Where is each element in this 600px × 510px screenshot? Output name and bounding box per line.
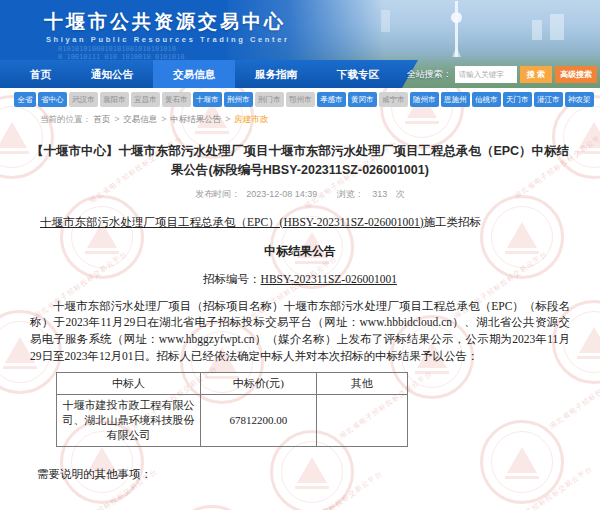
- region-tab[interactable]: 天门市: [503, 92, 533, 107]
- breadcrumb-separator: >: [161, 114, 166, 124]
- search-input[interactable]: [455, 66, 517, 83]
- note-heading: 需要说明的其他事项：: [30, 467, 570, 482]
- breadcrumb-separator: >: [225, 114, 230, 124]
- region-tab[interactable]: 潜江市: [534, 92, 564, 107]
- table-cell: [316, 395, 407, 447]
- result-table-body: 十堰市建投市政工程有限公司、湖北山鼎环境科技股份有限公司67812200.00: [57, 395, 408, 447]
- article: 【十堰市中心】十堰市东部污水处理厂项目十堰市东部污水处理厂项目工程总承包（EPC…: [0, 142, 600, 510]
- page-title: 【十堰市中心】十堰市东部污水处理厂项目十堰市东部污水处理厂项目工程总承包（EPC…: [0, 142, 600, 180]
- binary-line: 0101010100010101001010101010: [58, 45, 184, 53]
- table-row: 十堰市建投市政工程有限公司、湖北山鼎环境科技股份有限公司67812200.00: [57, 395, 408, 447]
- project-name-underlined: 十堰市东部污水处理厂项目工程总承包（EPC）(HBSY-202311SZ-026…: [40, 216, 424, 228]
- region-tab[interactable]: 宜昌市: [131, 92, 161, 107]
- bid-number-label: 招标编号：: [203, 273, 261, 285]
- region-tab[interactable]: 咸宁市: [379, 92, 409, 107]
- table-header-cell: 其他: [316, 373, 407, 395]
- result-table-header-row: 中标人中标价(元)其他: [57, 373, 408, 395]
- region-tab[interactable]: 荆门市: [255, 92, 285, 107]
- watermark-seal-bar: [195, 131, 229, 134]
- nav-item[interactable]: 下载专区: [317, 60, 399, 88]
- publish-time-label: 发布时间：: [195, 189, 240, 199]
- main-nav: 首页通知公告交易信息服务指南下载专区: [0, 60, 418, 88]
- bid-number: HBSY-202311SZ-026001001: [261, 273, 397, 285]
- article-meta: 发布时间：2023-12-08 14:39 浏览： 313 次: [0, 188, 600, 201]
- region-tab[interactable]: 荆州市: [224, 92, 254, 107]
- bid-number-line: 招标编号：HBSY-202311SZ-026001001: [30, 272, 570, 287]
- breadcrumb-item[interactable]: 交易信息: [123, 114, 157, 124]
- breadcrumb-items: 首页>交易信息>中标结果公告>房建市政: [93, 114, 268, 124]
- region-tab[interactable]: 黄冈市: [348, 92, 378, 107]
- nav-item[interactable]: 首页: [10, 60, 71, 88]
- search-bar: 全站搜索： 搜 索 高级搜索: [407, 60, 597, 88]
- site-subtitle: Shiyan Public Resources Trading Center: [46, 35, 289, 44]
- project-name-suffix: 施工类招标: [424, 216, 482, 228]
- search-button[interactable]: 搜 索: [520, 66, 552, 83]
- breadcrumb-item[interactable]: 首页: [93, 114, 110, 124]
- table-cell: 67812200.00: [200, 395, 316, 447]
- table-header-cell: 中标人: [57, 373, 201, 395]
- region-tab[interactable]: 黄石市: [162, 92, 192, 107]
- breadcrumb-item[interactable]: 中标结果公告: [170, 114, 221, 124]
- breadcrumb: 当前的位置： 首页>交易信息>中标结果公告>房建市政: [0, 110, 600, 130]
- document-body: 十堰市东部污水处理厂项目工程总承包（EPC）(HBSY-202311SZ-026…: [0, 215, 600, 510]
- views-count: 313: [372, 189, 387, 199]
- search-label: 全站搜索：: [407, 68, 452, 81]
- nav-item[interactable]: 服务指南: [235, 60, 317, 88]
- region-tabs: 全省省中心武汉市襄阳市宜昌市黄石市十堰市荆州市荆门市鄂州市孝感市黄冈市咸宁市随州…: [0, 88, 600, 110]
- table-header-cell: 中标价(元): [200, 373, 316, 395]
- region-tab[interactable]: 恩施州: [441, 92, 471, 107]
- region-tab[interactable]: 随州市: [410, 92, 440, 107]
- region-tab[interactable]: 襄阳市: [100, 92, 130, 107]
- region-tab[interactable]: 仙桃市: [472, 92, 502, 107]
- announcement-paragraph: 十堰市东部污水处理厂项目（招标项目名称）十堰市东部污水处理厂项目工程总承包（EP…: [30, 298, 570, 365]
- result-heading: 中标结果公告: [30, 243, 570, 260]
- region-tab[interactable]: 全省: [14, 92, 36, 107]
- publish-time: 2023-12-08 14:39: [246, 189, 317, 199]
- views-unit: 次: [396, 189, 405, 199]
- region-tab[interactable]: 神农架: [565, 92, 595, 107]
- region-tab[interactable]: 武汉市: [69, 92, 99, 107]
- breadcrumb-item[interactable]: 房建市政: [234, 114, 268, 124]
- breadcrumb-prefix: 当前的位置：: [40, 114, 91, 124]
- region-tab[interactable]: 鄂州市: [286, 92, 316, 107]
- breadcrumb-separator: >: [114, 114, 119, 124]
- site-title: 十堰市公共资源交易中心: [44, 9, 286, 35]
- project-name-line: 十堰市东部污水处理厂项目工程总承包（EPC）(HBSY-202311SZ-026…: [40, 215, 570, 230]
- nav-item[interactable]: 交易信息: [153, 60, 235, 88]
- site-header: 十堰市公共资源交易中心 Shiyan Public Resources Trad…: [0, 0, 600, 88]
- binary-line: 0 10010111 010 1010010 0101010: [58, 53, 184, 61]
- result-table: 中标人中标价(元)其他 十堰市建投市政工程有限公司、湖北山鼎环境科技股份有限公司…: [56, 372, 408, 446]
- region-tab[interactable]: 孝感市: [317, 92, 347, 107]
- table-cell: 十堰市建投市政工程有限公司、湖北山鼎环境科技股份有限公司: [57, 395, 201, 447]
- binary-decoration: 0101010100010101001010101010 0 10010111 …: [58, 45, 184, 61]
- advanced-search-button[interactable]: 高级搜索: [555, 66, 597, 83]
- page: 湖北省电子招标投标交易云平台湖北省电子招标投标交易云平台湖北省电子招标投标交易云…: [0, 0, 600, 510]
- region-tab[interactable]: 省中心: [38, 92, 68, 107]
- region-tab[interactable]: 十堰市: [193, 92, 223, 107]
- views-label: 浏览：: [337, 189, 364, 199]
- nav-item[interactable]: 通知公告: [71, 60, 153, 88]
